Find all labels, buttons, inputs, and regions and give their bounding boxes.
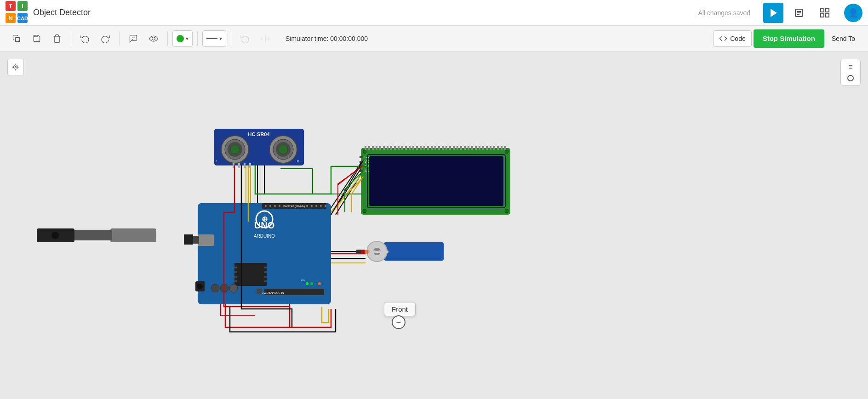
project-title: Object Detector [33,8,360,17]
separator-1 [71,31,71,46]
svg-point-79 [283,205,285,207]
svg-rect-102 [234,263,267,286]
lcd-display: GND VCC SDA SCL [360,146,510,215]
svg-rect-157 [471,146,473,150]
front-minus-button[interactable]: − [392,315,405,329]
servo-motor [356,241,444,262]
svg-text:ANALOG IN: ANALOG IN [269,291,284,294]
svg-rect-160 [482,146,484,150]
svg-rect-14 [826,9,829,12]
send-to-button[interactable]: Send To [826,29,861,48]
svg-rect-139 [405,146,407,150]
svg-point-88 [325,205,326,207]
comment-button[interactable] [124,29,143,48]
svg-rect-180 [361,250,363,254]
line-style-btn[interactable]: ▾ [202,30,226,47]
svg-point-84 [306,205,308,207]
svg-rect-116 [74,230,112,240]
svg-rect-154 [460,146,462,150]
svg-rect-132 [379,146,381,150]
tinkercad-logo: T I N CAD [6,1,28,25]
send-to-label: Send To [832,35,855,42]
svg-point-21 [152,37,155,40]
simulate-nav-btn[interactable] [763,3,783,23]
stop-sim-label: Stop Simulation [763,34,815,42]
code-button[interactable]: Code [713,30,751,47]
svg-rect-131 [376,146,377,150]
code-label: Code [730,35,745,42]
copy-button[interactable] [7,29,26,48]
arduino-uno: UNO ARDUINO ⊕ DIGITAL (PWM~) [184,203,331,304]
delete-button[interactable] [48,29,66,48]
svg-rect-15 [821,14,824,17]
separator-5 [231,31,231,46]
svg-text:ON: ON [301,279,305,282]
grid-nav-btn[interactable] [815,3,835,23]
svg-rect-138 [401,146,403,150]
sim-time-value: 00:00:00.000 [330,35,368,42]
svg-rect-158 [475,146,477,150]
svg-point-85 [311,205,313,207]
svg-rect-104 [234,271,237,273]
front-label: Front [384,302,416,316]
svg-rect-159 [479,146,480,150]
svg-rect-65 [249,163,251,168]
svg-point-93 [306,282,308,285]
user-avatar[interactable]: 👤 [844,4,862,22]
redo-button[interactable] [96,29,114,48]
inspect-button[interactable] [144,29,163,48]
svg-rect-13 [821,9,824,12]
svg-rect-17 [16,37,20,41]
svg-rect-152 [453,146,455,150]
svg-rect-149 [442,146,444,150]
svg-rect-144 [423,146,425,150]
svg-rect-64 [244,163,246,168]
svg-rect-129 [368,146,370,150]
svg-rect-103 [234,267,237,268]
svg-rect-165 [501,146,503,150]
svg-rect-110 [264,280,267,282]
svg-rect-134 [387,146,388,150]
svg-rect-163 [493,146,495,150]
svg-text:ARDUINO: ARDUINO [254,234,275,239]
svg-rect-92 [257,289,262,294]
code-nav-btn[interactable] [789,3,809,23]
stop-simulation-button[interactable]: Stop Simulation [754,29,824,48]
paste-button[interactable] [28,29,46,48]
svg-point-118 [51,232,59,239]
svg-rect-136 [394,146,396,150]
svg-rect-182 [366,250,368,254]
color-picker-btn[interactable]: ▾ [172,30,193,47]
svg-rect-177 [368,251,388,253]
svg-rect-98 [184,234,193,245]
svg-point-111 [318,282,321,285]
svg-rect-140 [409,146,411,150]
svg-rect-155 [464,146,466,150]
hc-sr04-sensor: HC-SR04 1 R [214,129,304,168]
svg-point-169 [363,150,366,154]
separator-3 [167,31,168,46]
svg-point-83 [302,205,303,207]
minus-icon: − [396,318,401,327]
canvas-area[interactable]: ≡ [0,51,868,399]
svg-point-100 [197,284,203,289]
svg-rect-63 [238,163,240,168]
mirror-button[interactable] [256,29,274,48]
undo-button[interactable] [76,29,94,48]
svg-point-171 [363,209,366,213]
svg-rect-96 [198,234,214,246]
svg-text:R: R [297,160,299,163]
svg-rect-173 [384,242,444,261]
svg-rect-106 [234,280,237,282]
svg-rect-141 [412,146,414,150]
svg-rect-109 [264,276,267,278]
rotate-left-button[interactable] [236,29,254,48]
svg-rect-105 [234,276,237,278]
svg-rect-107 [264,267,267,268]
svg-rect-147 [434,146,436,150]
svg-text:⊕: ⊕ [262,215,268,223]
line-chevron-icon: ▾ [219,35,222,42]
svg-rect-151 [449,146,451,150]
svg-rect-108 [264,271,267,273]
svg-rect-166 [504,146,506,150]
